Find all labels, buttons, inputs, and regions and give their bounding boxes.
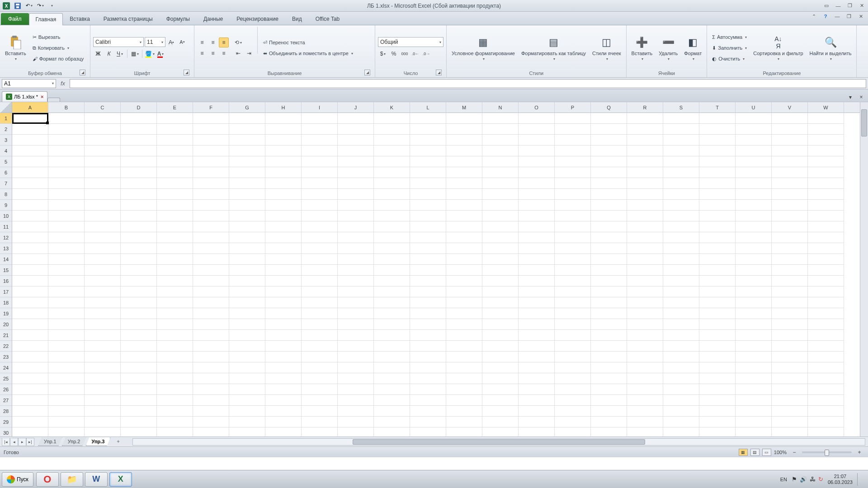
cell[interactable] (265, 265, 302, 276)
cell[interactable] (772, 200, 808, 211)
cell[interactable] (374, 200, 410, 211)
cell[interactable] (519, 417, 555, 427)
cell[interactable] (121, 124, 157, 135)
cell[interactable] (591, 427, 627, 436)
cell[interactable] (482, 427, 519, 436)
cell[interactable] (338, 417, 374, 427)
cell[interactable] (374, 243, 410, 254)
cell[interactable] (736, 319, 772, 330)
cell[interactable] (410, 156, 446, 167)
cell[interactable] (519, 200, 555, 211)
cell[interactable] (12, 232, 48, 243)
cell[interactable] (808, 286, 844, 297)
cell[interactable] (374, 384, 410, 395)
cell[interactable] (808, 243, 844, 254)
cell[interactable] (772, 243, 808, 254)
cell[interactable] (808, 167, 844, 178)
cell[interactable] (410, 427, 446, 436)
cell[interactable] (808, 189, 844, 200)
cell[interactable] (663, 384, 699, 395)
system-clock[interactable]: 21:07 06.03.2023 (828, 474, 853, 485)
cell[interactable] (446, 341, 482, 352)
currency-button[interactable]: $▾ (378, 49, 388, 59)
row-header[interactable]: 16 (0, 276, 12, 286)
cell[interactable] (736, 189, 772, 200)
cell[interactable] (808, 319, 844, 330)
cell[interactable] (12, 243, 48, 254)
cell[interactable] (121, 384, 157, 395)
cell[interactable] (446, 373, 482, 384)
ribbon-tab-формулы[interactable]: Формулы (160, 13, 197, 25)
cell[interactable] (229, 427, 265, 436)
column-header[interactable]: V (772, 102, 808, 113)
cell[interactable] (410, 189, 446, 200)
row-header[interactable]: 20 (0, 319, 12, 330)
cell[interactable] (519, 297, 555, 308)
cell[interactable] (663, 297, 699, 308)
cell[interactable] (555, 189, 591, 200)
cell[interactable] (519, 341, 555, 352)
cell[interactable] (302, 135, 338, 145)
cell[interactable] (736, 308, 772, 319)
cell[interactable] (229, 319, 265, 330)
cell[interactable] (736, 232, 772, 243)
cell[interactable] (374, 156, 410, 167)
cell[interactable] (555, 308, 591, 319)
cell[interactable] (302, 211, 338, 221)
cell[interactable] (410, 362, 446, 373)
cell[interactable] (482, 145, 519, 156)
cell[interactable] (48, 167, 85, 178)
cell[interactable] (410, 319, 446, 330)
cell[interactable] (808, 135, 844, 145)
cell[interactable] (12, 265, 48, 276)
cell[interactable] (446, 417, 482, 427)
save-icon[interactable] (13, 1, 23, 11)
cell[interactable] (519, 124, 555, 135)
cell[interactable] (85, 352, 121, 362)
cell[interactable] (121, 406, 157, 417)
cell[interactable] (627, 113, 663, 124)
format-painter-button[interactable]: 🖌Формат по образцу (30, 54, 86, 64)
cell[interactable] (808, 406, 844, 417)
cell[interactable] (663, 221, 699, 232)
cell[interactable] (193, 352, 229, 362)
cell[interactable] (229, 362, 265, 373)
cell[interactable] (808, 200, 844, 211)
row-header[interactable]: 23 (0, 352, 12, 362)
cell[interactable] (555, 395, 591, 406)
cell[interactable] (48, 211, 85, 221)
page-break-view-button[interactable]: ▭ (762, 449, 771, 456)
cell[interactable] (699, 145, 736, 156)
cell[interactable] (410, 373, 446, 384)
cell[interactable] (338, 308, 374, 319)
cell[interactable] (699, 427, 736, 436)
cell[interactable] (265, 276, 302, 286)
cell[interactable] (410, 135, 446, 145)
cell[interactable] (555, 286, 591, 297)
cell[interactable] (338, 156, 374, 167)
cell[interactable] (555, 178, 591, 189)
cell[interactable] (121, 189, 157, 200)
cell[interactable] (85, 254, 121, 265)
row-header[interactable]: 12 (0, 232, 12, 243)
cell[interactable] (699, 178, 736, 189)
row-header[interactable]: 6 (0, 167, 12, 178)
cell[interactable] (446, 427, 482, 436)
cell[interactable] (374, 211, 410, 221)
cell[interactable] (627, 265, 663, 276)
row-header[interactable]: 25 (0, 373, 12, 384)
cell[interactable] (482, 254, 519, 265)
cell[interactable] (121, 265, 157, 276)
cell[interactable] (699, 243, 736, 254)
cell[interactable] (663, 178, 699, 189)
cell[interactable] (157, 211, 193, 221)
cell[interactable] (338, 384, 374, 395)
cell[interactable] (555, 319, 591, 330)
cell[interactable] (193, 427, 229, 436)
cell[interactable] (12, 384, 48, 395)
ribbon-tab-office-tab[interactable]: Office Tab (309, 13, 347, 25)
cell[interactable] (157, 145, 193, 156)
cell[interactable] (229, 221, 265, 232)
cell[interactable] (374, 145, 410, 156)
cell[interactable] (519, 384, 555, 395)
